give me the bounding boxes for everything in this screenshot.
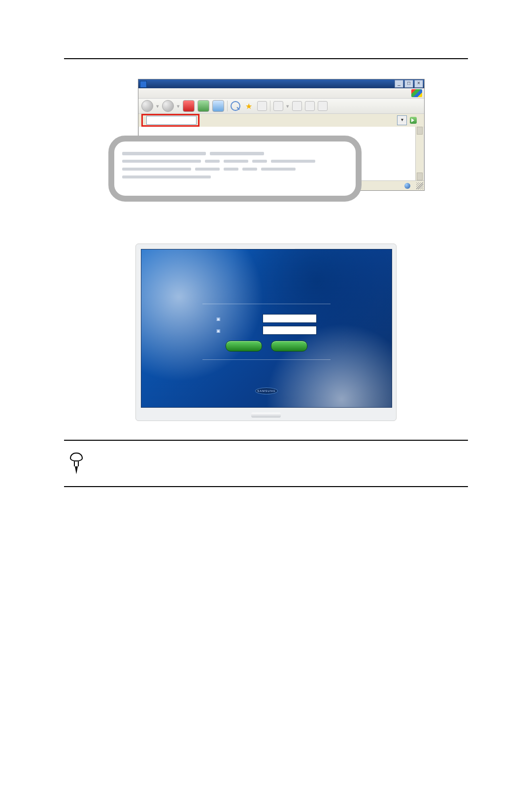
user-id-input[interactable] <box>263 314 317 323</box>
favorites-button[interactable]: ★ <box>245 102 254 111</box>
close-icon[interactable]: × <box>414 80 423 88</box>
address-input[interactable] <box>146 116 197 125</box>
refresh-icon[interactable] <box>198 100 209 112</box>
note-block <box>64 441 468 487</box>
history-icon[interactable] <box>257 101 267 111</box>
password-label <box>216 327 258 333</box>
samsung-logo-icon <box>255 387 278 394</box>
star-icon: ★ <box>245 102 252 111</box>
go-arrow-icon <box>410 117 417 124</box>
resize-grip-icon <box>416 182 423 189</box>
search-button[interactable] <box>231 101 242 111</box>
pushpin-icon <box>67 452 87 475</box>
login-panel <box>202 304 331 360</box>
password-input[interactable] <box>263 326 317 335</box>
go-button[interactable] <box>410 117 418 124</box>
forward-icon[interactable] <box>162 100 174 112</box>
back-icon[interactable] <box>141 100 153 112</box>
ie-titlebar: _ □ × <box>138 79 424 88</box>
ie-address-bar: ▾ <box>138 114 424 127</box>
search-icon <box>231 101 240 111</box>
internet-zone-icon <box>404 183 410 189</box>
ipolis-footer <box>141 387 392 398</box>
monitor-bottom-button <box>251 413 281 418</box>
ie-screenshot-figure: _ □ × ▾ ▾ <box>108 79 424 207</box>
scrollbar[interactable] <box>415 127 424 180</box>
address-highlight <box>141 114 200 127</box>
maximize-icon[interactable]: □ <box>404 80 413 88</box>
home-icon[interactable] <box>212 100 224 112</box>
address-dropdown-icon[interactable]: ▾ <box>397 115 407 125</box>
windows-flag-icon <box>411 89 422 97</box>
edit-icon[interactable] <box>305 101 315 111</box>
ie-menu-bar <box>138 88 424 99</box>
user-id-label <box>216 316 258 321</box>
minimize-icon[interactable]: _ <box>395 80 403 88</box>
section-header <box>64 54 468 59</box>
ie-toolbar: ▾ ▾ ★ ▾ <box>138 99 424 114</box>
print-icon[interactable] <box>292 101 302 111</box>
zoom-callout <box>108 136 362 202</box>
mail-icon[interactable] <box>273 101 283 111</box>
login-button[interactable] <box>271 341 307 352</box>
ipolis-screenshot <box>135 244 397 421</box>
discuss-icon[interactable] <box>318 101 328 111</box>
guest-button[interactable] <box>226 341 262 352</box>
stop-icon[interactable] <box>183 100 195 112</box>
